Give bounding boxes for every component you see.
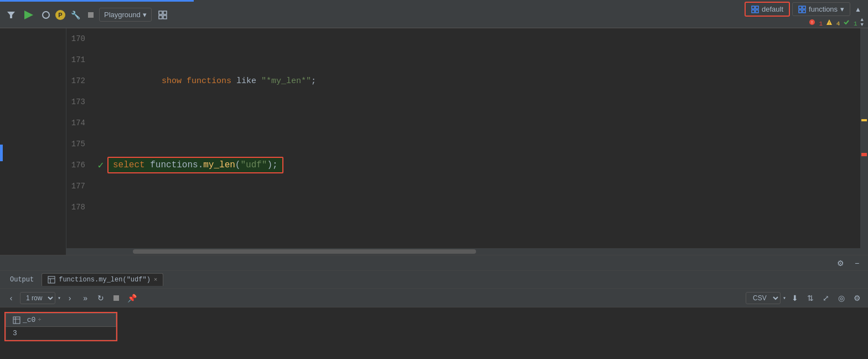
stop-result-button[interactable] — [110, 291, 123, 305]
default-button[interactable]: default — [745, 2, 790, 17]
svg-rect-20 — [13, 317, 20, 324]
str-val: "*my_len*" — [261, 76, 311, 86]
bt-right: CSV ▾ ⬇ ⇅ ⤢ ◎ ⚙ — [746, 291, 864, 305]
method-name: my_len — [203, 160, 235, 170]
clock-button[interactable] — [40, 9, 52, 21]
svg-rect-4 — [163, 16, 167, 19]
nav-last-icon: » — [83, 294, 87, 302]
connection-buttons: default functions ▾ ▲ — [745, 2, 864, 17]
svg-rect-8 — [756, 10, 758, 13]
status-row: ! 1 ! 4 1 ▲ ▼ — [809, 18, 864, 28]
functions-icon — [798, 6, 806, 13]
code-line-177: 177 — [66, 176, 860, 197]
punc-like: like — [231, 76, 261, 86]
table-row: 3 — [6, 327, 116, 340]
line-content-176: select functions.my_len("udf"); — [107, 157, 283, 173]
panel-settings-icon: ⚙ — [837, 259, 844, 268]
default-icon — [751, 6, 759, 13]
error-icon: ! — [809, 19, 815, 25]
svg-rect-17 — [48, 276, 55, 283]
eye-button[interactable]: ◎ — [835, 291, 848, 305]
filter-result-icon: ⇅ — [807, 294, 814, 302]
line-number-170: 170 — [66, 34, 94, 43]
panel-settings-button[interactable]: ⚙ — [834, 257, 847, 270]
bottom-tabs: Output functions.my_len("udf") × — [0, 271, 868, 289]
progress-fill — [0, 0, 194, 2]
filter-result-button[interactable]: ⇅ — [804, 291, 817, 305]
mini-scrollbar[interactable] — [860, 28, 868, 255]
punc-open: ( — [235, 160, 241, 170]
download-button[interactable]: ⬇ — [788, 291, 802, 305]
col-header-c0: _c0 ÷ — [13, 316, 109, 324]
scrollbar-thumb[interactable] — [133, 249, 476, 254]
settings-result-button[interactable]: ⚙ — [850, 291, 864, 305]
line-number-171: 171 — [66, 55, 94, 64]
panel-controls: ⚙ − — [0, 255, 868, 270]
punc-semi: ; — [311, 76, 316, 86]
svg-rect-11 — [799, 10, 802, 13]
refresh-icon: ↻ — [97, 294, 104, 302]
playground-dropdown[interactable]: Playground ▾ — [99, 8, 152, 22]
col-sort-icon[interactable]: ÷ — [38, 317, 41, 323]
error-indicator: ! 1 — [809, 19, 823, 27]
functions-button[interactable]: functions ▾ — [792, 2, 850, 16]
results-table: _c0 ÷ 3 — [6, 313, 116, 340]
expand-button[interactable]: ⤢ — [819, 291, 833, 305]
rows-dropdown[interactable]: 1 row — [20, 292, 55, 304]
warning-indicator: ! 4 — [826, 19, 840, 27]
str-udf: "udf" — [240, 160, 267, 170]
run-button[interactable] — [21, 7, 37, 23]
editor-area[interactable]: 170 171 172 show functions like "*my_len… — [66, 28, 860, 255]
code-line-175: 175 — [66, 134, 860, 155]
filter-button[interactable] — [4, 8, 18, 22]
kw-select: select — [113, 160, 150, 170]
settings-result-icon: ⚙ — [854, 294, 861, 302]
svg-marker-0 — [7, 12, 15, 18]
check-icon-176: ✓ — [98, 159, 104, 171]
code-line-176: 176 ✓ select functions.my_len("udf"); — [66, 155, 860, 176]
horizontal-scrollbar[interactable] — [66, 248, 860, 255]
line-content-172: show functions like "*my_len*"; — [107, 67, 860, 95]
stop-button[interactable] — [86, 10, 96, 20]
results-highlight: _c0 ÷ 3 — [4, 312, 117, 341]
nav-last-button[interactable]: » — [79, 291, 92, 305]
clock-icon — [42, 11, 50, 19]
scroll-marker-yellow — [861, 119, 867, 121]
line-number-178: 178 — [66, 203, 94, 212]
main-toolbar: P 🔧 Playground ▾ — [0, 2, 868, 28]
tab-result-icon — [48, 276, 55, 284]
results-header-row: _c0 ÷ — [6, 314, 116, 327]
pin-button[interactable]: 📌 — [125, 291, 138, 305]
grid-button[interactable] — [155, 7, 170, 23]
toolbar-left: P 🔧 Playground ▾ — [4, 7, 745, 23]
tab-result-label: functions.my_len("udf") — [59, 276, 151, 284]
csv-dropdown[interactable]: CSV — [746, 292, 781, 304]
arrow-up-button[interactable]: ▲ — [852, 3, 864, 16]
wrench-button[interactable]: 🔧 — [69, 8, 82, 22]
warning-count: 4 — [836, 20, 840, 27]
line-number-173: 173 — [66, 98, 94, 106]
svg-rect-7 — [752, 10, 755, 13]
code-line-170: 170 — [66, 28, 860, 49]
tab-result[interactable]: functions.my_len("udf") × — [42, 273, 163, 286]
fn-name: functions. — [150, 160, 203, 170]
wrench-icon: 🔧 — [71, 11, 80, 19]
refresh-button[interactable]: ↻ — [94, 291, 107, 305]
svg-rect-1 — [159, 11, 162, 14]
pin-icon: 📌 — [127, 294, 137, 302]
svg-rect-6 — [756, 6, 758, 9]
nav-next-button[interactable]: › — [63, 291, 76, 305]
nav-prev-button[interactable]: ‹ — [4, 291, 18, 305]
line-number-177: 177 — [66, 182, 94, 191]
tab-result-close[interactable]: × — [154, 276, 158, 283]
tab-output[interactable]: Output — [4, 274, 39, 286]
svg-rect-3 — [159, 16, 162, 19]
arrow-up-icon: ▲ — [855, 6, 861, 13]
error-count: 1 — [819, 20, 823, 27]
panel-collapse-button[interactable]: − — [850, 257, 864, 270]
punc-close: ); — [267, 160, 277, 170]
svg-text:!: ! — [828, 21, 830, 25]
functions-dropdown-arrow: ▾ — [840, 5, 844, 13]
left-panel-highlight — [0, 145, 3, 161]
scroll-arrows[interactable]: ▲ ▼ — [861, 18, 864, 28]
